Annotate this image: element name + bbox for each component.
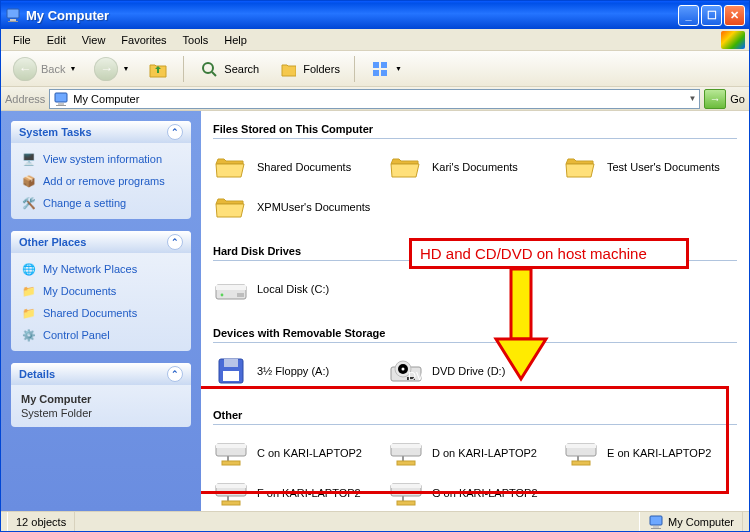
panel-title: Other Places	[19, 236, 86, 248]
go-label: Go	[730, 93, 745, 105]
forward-button[interactable]: → ▼	[88, 54, 135, 84]
status-object-count: 12 objects	[7, 512, 75, 531]
content-area: Files Stored on This Computer Shared Doc…	[201, 111, 749, 511]
folders-label: Folders	[303, 63, 340, 75]
address-value: My Computer	[73, 93, 139, 105]
folder-open-icon	[388, 151, 424, 183]
folders-icon	[277, 58, 299, 80]
menu-tools[interactable]: Tools	[175, 31, 217, 49]
folder-item[interactable]: Test User's Documents	[563, 147, 728, 187]
panel-header[interactable]: Other Places ⌃	[11, 231, 191, 253]
link-add-remove[interactable]: 📦Add or remove programs	[21, 173, 181, 189]
network-icon: 🌐	[21, 261, 37, 277]
item-label: XPMUser's Documents	[257, 201, 378, 213]
forward-arrow-icon: →	[94, 57, 118, 81]
views-button[interactable]: ▼	[363, 55, 408, 83]
menubar: File Edit View Favorites Tools Help	[1, 29, 749, 51]
panel-other-places: Other Places ⌃ 🌐My Network Places 📁My Do…	[11, 231, 191, 351]
link-change-setting[interactable]: 🛠️Change a setting	[21, 195, 181, 211]
hdd-icon	[213, 273, 249, 305]
folder-item[interactable]: XPMUser's Documents	[213, 187, 378, 227]
link-label: View system information	[43, 153, 162, 165]
folder-open-icon	[563, 151, 599, 183]
views-icon	[369, 58, 391, 80]
annotation-callout: HD and CD/DVD on host machine	[409, 238, 689, 269]
chevron-up-icon: ⌃	[167, 124, 183, 140]
link-label: Add or remove programs	[43, 175, 165, 187]
info-icon: 🖥️	[21, 151, 37, 167]
group-header-files: Files Stored on This Computer	[213, 119, 737, 139]
panel-header[interactable]: Details ⌃	[11, 363, 191, 385]
minimize-button[interactable]: _	[678, 5, 699, 26]
link-label: My Network Places	[43, 263, 137, 275]
toolbar-separator	[354, 56, 355, 82]
sidebar: System Tasks ⌃ 🖥️View system information…	[1, 111, 201, 511]
svg-rect-26	[511, 269, 531, 339]
address-dropdown-icon[interactable]: ▼	[688, 94, 696, 103]
link-label: My Documents	[43, 285, 116, 297]
folder-up-icon	[147, 58, 169, 80]
toolbar-separator	[183, 56, 184, 82]
folder-icon: 📁	[21, 283, 37, 299]
folder-item[interactable]: Kari's Documents	[388, 147, 553, 187]
go-button[interactable]: →	[704, 89, 726, 109]
search-label: Search	[224, 63, 259, 75]
control-panel-icon: ⚙️	[21, 327, 37, 343]
menu-view[interactable]: View	[74, 31, 114, 49]
folder-open-icon	[213, 191, 249, 223]
menu-help[interactable]: Help	[216, 31, 255, 49]
item-label: Test User's Documents	[607, 161, 728, 173]
group-header-removable: Devices with Removable Storage	[213, 323, 737, 343]
panel-system-tasks: System Tasks ⌃ 🖥️View system information…	[11, 121, 191, 219]
maximize-button[interactable]: ☐	[701, 5, 722, 26]
details-name: My Computer	[21, 393, 181, 405]
windows-flag-icon	[721, 31, 745, 49]
panel-header[interactable]: System Tasks ⌃	[11, 121, 191, 143]
search-button[interactable]: Search	[192, 55, 265, 83]
link-system-info[interactable]: 🖥️View system information	[21, 151, 181, 167]
menu-edit[interactable]: Edit	[39, 31, 74, 49]
panel-title: Details	[19, 368, 55, 380]
menu-favorites[interactable]: Favorites	[113, 31, 174, 49]
floppy-icon	[213, 355, 249, 387]
status-location-label: My Computer	[668, 516, 734, 528]
annotation-outline	[201, 386, 729, 494]
back-label: Back	[41, 63, 65, 75]
menu-file[interactable]: File	[5, 31, 39, 49]
folder-open-icon	[213, 151, 249, 183]
panel-details: Details ⌃ My Computer System Folder	[11, 363, 191, 427]
back-button[interactable]: ← Back ▼	[7, 54, 82, 84]
status-location: My Computer	[639, 512, 743, 531]
toolbar: ← Back ▼ → ▼ Search Folders ▼	[1, 51, 749, 87]
drive-item[interactable]: 3½ Floppy (A:)	[213, 351, 378, 391]
folders-button[interactable]: Folders	[271, 55, 346, 83]
link-my-documents[interactable]: 📁My Documents	[21, 283, 181, 299]
close-button[interactable]: ✕	[724, 5, 745, 26]
link-label: Shared Documents	[43, 307, 137, 319]
panel-title: System Tasks	[19, 126, 92, 138]
window-title: My Computer	[26, 8, 678, 23]
address-label: Address	[5, 93, 45, 105]
programs-icon: 📦	[21, 173, 37, 189]
window: My Computer _ ☐ ✕ File Edit View Favorit…	[0, 0, 750, 532]
annotation-arrow-icon	[491, 269, 551, 384]
address-bar: Address My Computer ▼ → Go	[1, 87, 749, 111]
views-dropdown-icon: ▼	[395, 65, 402, 72]
link-control-panel[interactable]: ⚙️Control Panel	[21, 327, 181, 343]
item-label: Kari's Documents	[432, 161, 553, 173]
folder-item[interactable]: Shared Documents	[213, 147, 378, 187]
search-icon	[198, 58, 220, 80]
back-arrow-icon: ←	[13, 57, 37, 81]
titlebar[interactable]: My Computer _ ☐ ✕	[1, 1, 749, 29]
link-network-places[interactable]: 🌐My Network Places	[21, 261, 181, 277]
settings-icon: 🛠️	[21, 195, 37, 211]
address-field[interactable]: My Computer ▼	[49, 89, 700, 109]
drive-item[interactable]: Local Disk (C:)	[213, 269, 378, 309]
back-dropdown-icon: ▼	[69, 65, 76, 72]
item-label: 3½ Floppy (A:)	[257, 365, 378, 377]
up-button[interactable]	[141, 55, 175, 83]
chevron-up-icon: ⌃	[167, 234, 183, 250]
dvd-icon	[388, 355, 424, 387]
link-shared-docs[interactable]: 📁Shared Documents	[21, 305, 181, 321]
folder-icon: 📁	[21, 305, 37, 321]
